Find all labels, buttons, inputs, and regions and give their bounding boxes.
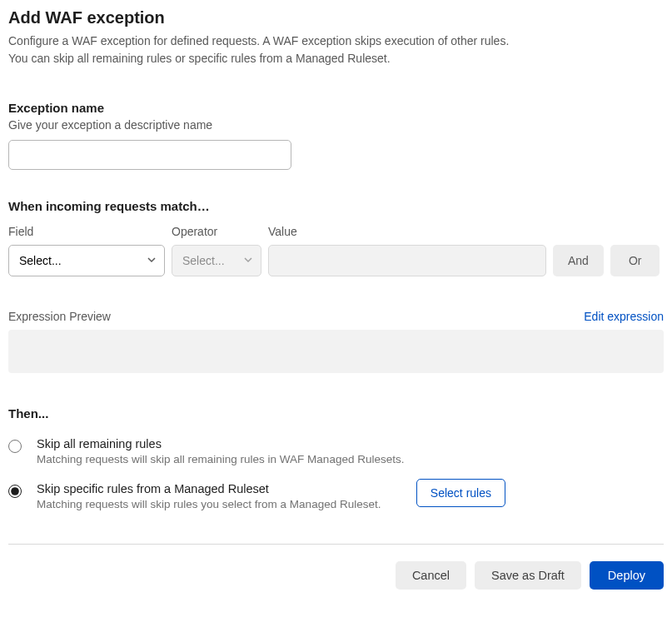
value-input[interactable] <box>268 245 546 276</box>
edit-expression-link[interactable]: Edit expression <box>584 310 664 323</box>
radio-skip-specific-title: Skip specific rules from a Managed Rules… <box>37 482 664 495</box>
page-title: Add WAF exception <box>8 8 664 27</box>
field-select[interactable]: Select... <box>8 245 165 276</box>
expression-preview-label: Expression Preview <box>8 310 111 323</box>
then-heading: Then... <box>8 406 664 421</box>
cancel-button[interactable]: Cancel <box>396 561 466 590</box>
subtitle-line-2: You can skip all remaining rules or spec… <box>8 52 391 65</box>
radio-skip-all-input[interactable] <box>8 440 22 453</box>
page-subtitle: Configure a WAF exception for defined re… <box>8 32 664 67</box>
radio-skip-specific[interactable]: Skip specific rules from a Managed Rules… <box>8 482 664 510</box>
radio-skip-all-title: Skip all remaining rules <box>37 437 664 450</box>
exception-name-heading: Exception name <box>8 101 664 115</box>
match-row: Field Select... Operator Select... <box>8 225 664 276</box>
expression-preview-box <box>8 330 664 373</box>
radio-skip-all[interactable]: Skip all remaining rules Matching reques… <box>8 437 664 465</box>
then-radio-group: Skip all remaining rules Matching reques… <box>8 437 664 510</box>
deploy-button[interactable]: Deploy <box>590 561 664 590</box>
radio-skip-specific-input[interactable] <box>8 485 22 498</box>
radio-skip-specific-desc: Matching requests will skip rules you se… <box>37 498 664 510</box>
operator-label: Operator <box>172 225 261 238</box>
and-button[interactable]: And <box>553 245 604 276</box>
match-heading: When incoming requests match… <box>8 199 664 213</box>
select-rules-button[interactable]: Select rules <box>416 479 505 507</box>
radio-skip-all-desc: Matching requests will skip all remainin… <box>37 453 664 465</box>
exception-name-subtext: Give your exception a descriptive name <box>8 118 664 132</box>
footer-actions: Cancel Save as Draft Deploy <box>8 561 664 590</box>
exception-name-input[interactable] <box>8 140 291 170</box>
divider <box>8 544 664 545</box>
operator-select[interactable]: Select... <box>172 245 261 276</box>
value-label: Value <box>268 225 546 238</box>
operator-select-value: Select... <box>182 254 225 267</box>
subtitle-line-1: Configure a WAF exception for defined re… <box>8 34 509 47</box>
or-button[interactable]: Or <box>610 245 660 276</box>
save-draft-button[interactable]: Save as Draft <box>475 561 581 590</box>
field-select-value: Select... <box>19 254 62 267</box>
field-label: Field <box>8 225 165 238</box>
